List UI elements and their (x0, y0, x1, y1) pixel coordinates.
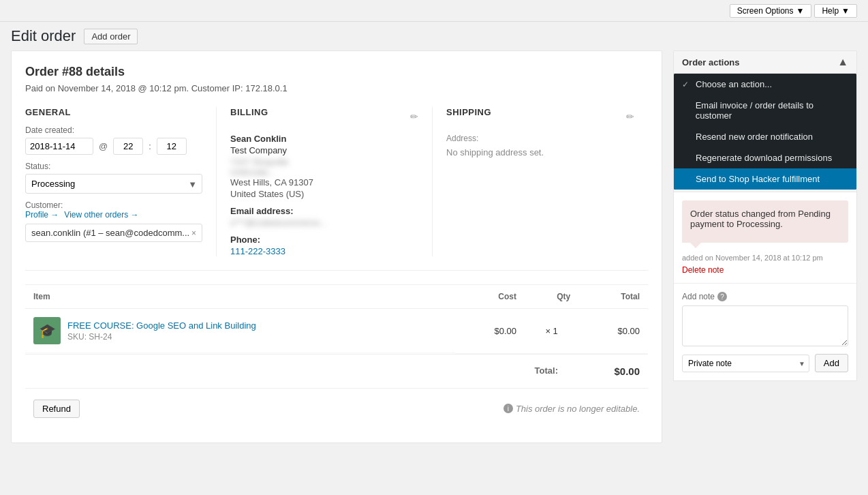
customer-select-wrap: sean.conklin (#1 – sean@codedcomm... × (25, 224, 202, 242)
dropdown-item-4[interactable]: Send to Shop Hacker fulfillment (674, 168, 856, 190)
billing-edit-icon[interactable]: ✏ (410, 111, 418, 122)
status-select[interactable]: Processing Pending payment On hold Compl… (25, 174, 202, 194)
order-title: Order #88 details (25, 65, 648, 79)
items-section: Item Cost Qty Total 🎓 (25, 284, 648, 388)
billing-name: Sean Conklin (230, 134, 418, 144)
total-row: Total: $0.00 (25, 354, 648, 388)
item-cost: $0.00 (455, 309, 525, 354)
item-total: $0.00 (578, 309, 648, 354)
hour-input[interactable] (113, 138, 143, 155)
dropdown-item-2[interactable]: Resend new order notification (674, 126, 856, 147)
items-table: Item Cost Qty Total 🎓 (25, 285, 648, 354)
add-note-section: Add note ? Private note Note to customer… (674, 283, 856, 380)
col-qty: Qty (525, 285, 578, 309)
total-label: Total: (535, 365, 558, 377)
note-type-select-wrap: Private note Note to customer ▼ (682, 355, 809, 372)
customer-label-text: Customer: (25, 200, 202, 210)
minute-input[interactable] (157, 138, 187, 155)
order-actions-dropdown-menu: ✓ Choose an action... Email invoice / or… (674, 74, 856, 190)
customer-select-display[interactable]: sean.conklin (#1 – sean@codedcomm... × (25, 224, 202, 242)
note-delete-wrap: Delete note (682, 265, 848, 275)
admin-header: Screen Options ▼ Help ▼ (0, 0, 868, 22)
help-chevron-icon: ▼ (841, 6, 850, 16)
general-section: General Date created: @ : Status: Proces… (25, 107, 216, 256)
item-cell: 🎓 FREE COURSE: Google SEO and Link Build… (25, 309, 455, 353)
billing-phone[interactable]: 111-222-3333 (230, 246, 285, 256)
delete-note-link[interactable]: Delete note (682, 265, 724, 275)
col-total: Total (578, 285, 648, 309)
add-note-textarea[interactable] (682, 305, 848, 346)
billing-email[interactable]: s***@codedcommerce... (230, 217, 327, 228)
order-actions-panel: Order actions ▲ ✓ Choose an action... Em… (673, 50, 857, 170)
email-label: Email address: (230, 206, 418, 216)
sidebar: Order actions ▲ ✓ Choose an action... Em… (673, 50, 857, 443)
date-row: @ : (25, 138, 202, 155)
order-actions-header[interactable]: Order actions ▲ (674, 51, 856, 74)
refund-button[interactable]: Refund (33, 400, 80, 418)
at-symbol: @ (99, 141, 108, 151)
order-notes-panel: Order notes ▲ Order status changed from … (673, 170, 857, 381)
refund-section: Refund i This order is no longer editabl… (25, 388, 648, 429)
order-actions-title: Order actions (682, 57, 740, 68)
shipping-address-note: No shipping address set. (446, 147, 634, 158)
order-actions-dropdown-area: ✓ Choose an action... Email invoice / or… (674, 74, 856, 169)
customer-value: sean.conklin (#1 – sean@codedcomm... (31, 228, 189, 238)
note-text: Order status changed from Pending paymen… (690, 209, 840, 229)
note-item-wrap: Order status changed from Pending paymen… (674, 200, 856, 243)
order-sections: General Date created: @ : Status: Proces… (25, 107, 648, 271)
shipping-address-label: Address: (446, 134, 634, 143)
colon-symbol: : (149, 141, 151, 151)
add-note-help-icon: ? (717, 292, 727, 301)
dropdown-option-0: Choose an action... (696, 79, 772, 89)
help-button[interactable]: Help ▼ (814, 4, 857, 18)
billing-section: Billing ✏ Sean Conklin Test Company 7157… (216, 107, 432, 256)
order-panel: Order #88 details Paid on November 14, 2… (11, 50, 662, 443)
info-circle-icon: i (503, 404, 513, 413)
item-thumb-icon: 🎓 (39, 322, 56, 339)
customer-links: Profile → View other orders → (25, 210, 202, 220)
billing-address-blurred: 7157 Shopville (230, 157, 418, 167)
customer-clear-icon[interactable]: × (191, 228, 196, 238)
dropdown-item-0[interactable]: ✓ Choose an action... (674, 74, 856, 95)
dropdown-option-1: Email invoice / order details to custome… (696, 100, 848, 121)
dropdown-option-3: Regenerate download permissions (696, 153, 832, 163)
billing-section-header: Billing ✏ (230, 107, 418, 125)
dropdown-item-3[interactable]: Regenerate download permissions (674, 147, 856, 168)
add-note-label: Add note ? (682, 292, 848, 301)
note-item: Order status changed from Pending paymen… (682, 200, 848, 243)
dropdown-option-4: Send to Shop Hacker fulfillment (696, 174, 820, 184)
page-title-area: Edit order Add order (0, 22, 868, 50)
col-item: Item (25, 285, 455, 309)
item-thumbnail: 🎓 (33, 317, 61, 344)
date-created-label: Date created: (25, 125, 202, 135)
shipping-section-title: Shipping (446, 107, 491, 117)
add-order-button[interactable]: Add order (84, 29, 138, 44)
dropdown-item-1[interactable]: Email invoice / order details to custome… (674, 95, 856, 126)
add-note-label-text: Add note (682, 292, 715, 301)
item-qty: × 1 (525, 309, 578, 354)
billing-company: Test Company (230, 145, 418, 155)
help-label: Help (822, 6, 839, 16)
general-section-title: General (25, 107, 202, 117)
phone-label: Phone: (230, 235, 418, 245)
note-type-select[interactable]: Private note Note to customer (682, 355, 809, 372)
billing-country: United States (US) (230, 189, 418, 199)
total-value: $0.00 (585, 365, 640, 377)
screen-options-button[interactable]: Screen Options ▼ (730, 4, 812, 18)
item-sku: SKU: SH-24 (67, 332, 256, 342)
status-label: Status: (25, 162, 202, 171)
col-cost: Cost (455, 285, 525, 309)
table-row: 🎓 FREE COURSE: Google SEO and Link Build… (25, 309, 648, 354)
billing-city-state: West Hills, CA 91307 (230, 177, 418, 188)
shipping-edit-icon[interactable]: ✏ (626, 111, 634, 122)
add-note-button[interactable]: Add (815, 354, 848, 372)
item-name-link[interactable]: FREE COURSE: Google SEO and Link Buildin… (67, 320, 256, 331)
dropdown-option-2: Resend new order notification (696, 132, 813, 142)
date-input[interactable] (25, 138, 93, 155)
screen-options-chevron-icon: ▼ (796, 6, 805, 16)
profile-link[interactable]: Profile → (25, 210, 59, 220)
order-actions-collapse-button[interactable]: ▲ (837, 57, 848, 68)
view-other-orders-link[interactable]: View other orders → (64, 210, 138, 220)
note-meta: added on November 14, 2018 at 10:12 pm (682, 254, 848, 262)
page-title: Edit order (11, 27, 76, 45)
